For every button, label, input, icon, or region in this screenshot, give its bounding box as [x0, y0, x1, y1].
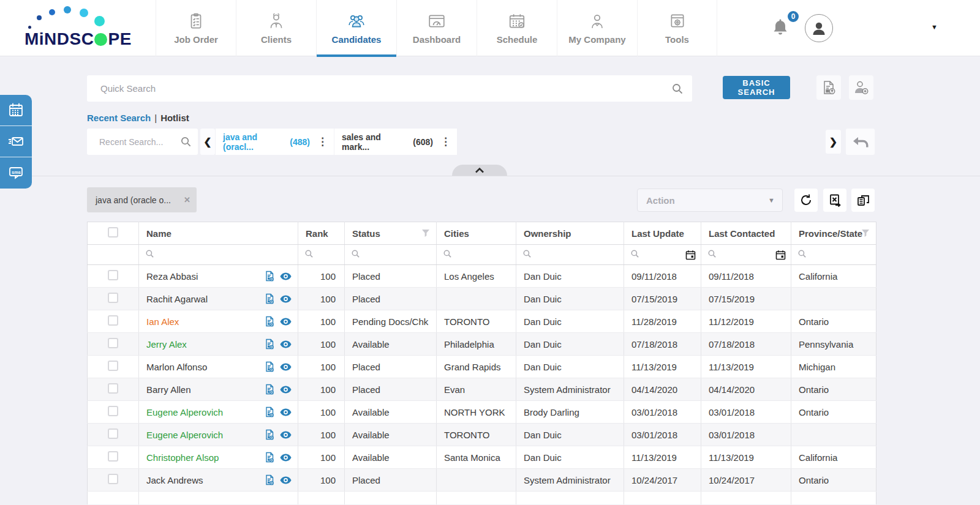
tab-menu-icon[interactable]: ⋮ — [433, 135, 451, 148]
col-header-last-contacted[interactable]: Last Contacted — [701, 222, 791, 245]
row-checkbox[interactable] — [108, 338, 118, 348]
eye-preview-icon[interactable] — [280, 476, 292, 484]
candidate-name-link[interactable]: Eugene Alperovich — [146, 430, 223, 440]
rail-sms-button[interactable]: sms — [0, 157, 32, 189]
rail-calendar-button[interactable] — [0, 95, 32, 126]
add-candidate-button[interactable] — [849, 75, 873, 100]
candidate-name-link[interactable]: Jack Andrews — [146, 475, 203, 485]
eye-preview-icon[interactable] — [280, 272, 292, 280]
search-icon[interactable] — [180, 136, 192, 148]
resume-icon[interactable] — [265, 429, 274, 440]
svg-text:sms: sms — [12, 169, 21, 174]
basic-search-button[interactable]: BASIC SEARCH — [723, 76, 790, 99]
select-all-checkbox[interactable] — [108, 227, 118, 238]
eye-preview-icon[interactable] — [280, 408, 292, 416]
filter-input-last-update[interactable] — [624, 245, 701, 265]
filter-input-cities[interactable] — [437, 245, 516, 265]
resume-icon[interactable] — [265, 361, 274, 372]
candidate-name-link[interactable]: Barry Allen — [146, 384, 191, 395]
filter-input-name[interactable] — [139, 245, 298, 265]
resume-icon[interactable] — [265, 452, 274, 463]
candidate-name-link[interactable]: Eugene Alperovich — [146, 407, 223, 417]
eye-preview-icon[interactable] — [280, 431, 292, 439]
filter-input-last-contacted[interactable] — [701, 245, 791, 265]
recent-search-tab-1[interactable]: java and (oracl... (488) ⋮ — [216, 129, 334, 155]
eye-preview-icon[interactable] — [280, 295, 292, 303]
filter-input-ownership[interactable] — [516, 245, 624, 265]
candidate-name-link[interactable]: Marlon Alfonso — [146, 362, 207, 372]
nav-item-dashboard[interactable]: Dashboard — [396, 0, 477, 56]
candidate-name-link[interactable]: Jerry Alex — [146, 339, 187, 350]
resume-icon[interactable] — [265, 339, 274, 350]
nav-item-clients[interactable]: Clients — [236, 0, 316, 56]
user-avatar[interactable] — [805, 14, 833, 42]
col-header-last-update[interactable]: Last Update — [624, 222, 701, 245]
tabs-scroll-right-button[interactable]: ❯ — [826, 130, 841, 154]
filter-funnel-icon[interactable] — [861, 229, 870, 238]
row-checkbox[interactable] — [108, 293, 118, 303]
eye-preview-icon[interactable] — [280, 363, 292, 371]
date-picker-icon[interactable] — [775, 250, 786, 260]
row-checkbox[interactable] — [108, 451, 118, 462]
row-checkbox[interactable] — [108, 361, 118, 371]
col-header-status[interactable]: Status — [345, 222, 437, 245]
row-checkbox[interactable] — [108, 428, 118, 439]
nav-item-candidates[interactable]: Candidates — [316, 0, 396, 56]
col-header-ownership[interactable]: Ownership — [516, 222, 624, 245]
col-header-rank[interactable]: Rank — [298, 222, 345, 245]
nav-item-tools[interactable]: Tools — [637, 0, 717, 56]
column-chooser-button[interactable] — [851, 189, 875, 212]
notifications-button[interactable]: 0 — [767, 9, 802, 48]
row-checkbox[interactable] — [108, 406, 118, 416]
quick-search-input[interactable] — [87, 75, 692, 102]
cell-rank: 100 — [298, 446, 345, 469]
resume-icon[interactable] — [265, 474, 274, 485]
filter-input-province[interactable] — [791, 245, 876, 265]
candidate-name-link[interactable]: Ian Alex — [146, 316, 179, 327]
refresh-icon — [799, 193, 813, 208]
col-header-province[interactable]: Province/State — [791, 222, 876, 245]
col-header-cities[interactable]: Cities — [437, 222, 516, 245]
candidate-name-link[interactable]: Christopher Alsop — [146, 452, 219, 463]
nav-item-my-company[interactable]: My Company — [557, 0, 637, 56]
remove-filter-icon[interactable]: ✕ — [184, 195, 190, 204]
candidate-name-link[interactable]: Reza Abbasi — [146, 271, 198, 282]
tab-menu-icon[interactable]: ⋮ — [310, 135, 328, 148]
row-checkbox[interactable] — [108, 474, 118, 484]
row-checkbox[interactable] — [108, 383, 118, 394]
eye-preview-icon[interactable] — [280, 454, 292, 462]
tabs-scroll-left-button[interactable]: ❮ — [200, 129, 215, 155]
filter-input-rank[interactable] — [298, 245, 345, 265]
col-header-name[interactable]: Name — [139, 222, 298, 245]
search-icon[interactable] — [671, 83, 684, 95]
undo-button[interactable] — [846, 129, 875, 155]
hotlist-link[interactable]: Hotlist — [160, 113, 189, 123]
resume-icon[interactable] — [265, 406, 274, 417]
recent-search-link[interactable]: Recent Search — [87, 113, 151, 123]
row-checkbox[interactable] — [108, 270, 118, 280]
resume-icon[interactable] — [265, 316, 274, 327]
candidate-name-link[interactable]: Rachit Agarwal — [146, 294, 208, 304]
filter-funnel-icon[interactable] — [421, 229, 430, 238]
rail-send-email-button[interactable] — [0, 126, 32, 157]
resume-icon[interactable] — [265, 293, 274, 304]
cell-last-update: 11/13/2019 — [624, 356, 701, 378]
row-checkbox[interactable] — [108, 315, 118, 326]
refresh-button[interactable] — [794, 189, 818, 212]
action-dropdown[interactable]: Action ▼ — [637, 189, 783, 212]
nav-item-job-order[interactable]: Job Order — [156, 0, 236, 56]
upload-resume-button[interactable] — [816, 75, 841, 100]
resume-icon[interactable] — [265, 384, 274, 395]
eye-preview-icon[interactable] — [280, 386, 292, 394]
nav-item-schedule[interactable]: Schedule — [477, 0, 557, 56]
mindscope-logo[interactable]: MiNDSCPE — [23, 4, 146, 53]
account-caret-icon[interactable]: ▼ — [931, 23, 938, 31]
resume-icon[interactable] — [265, 271, 274, 282]
eye-preview-icon[interactable] — [280, 318, 292, 326]
recent-search-tab-2[interactable]: sales and mark... (608) ⋮ — [334, 129, 457, 155]
eye-preview-icon[interactable] — [280, 340, 292, 348]
date-picker-icon[interactable] — [685, 250, 696, 260]
export-excel-button[interactable] — [823, 189, 846, 212]
collapse-panel-handle[interactable] — [452, 165, 507, 176]
filter-input-status[interactable] — [345, 245, 437, 265]
